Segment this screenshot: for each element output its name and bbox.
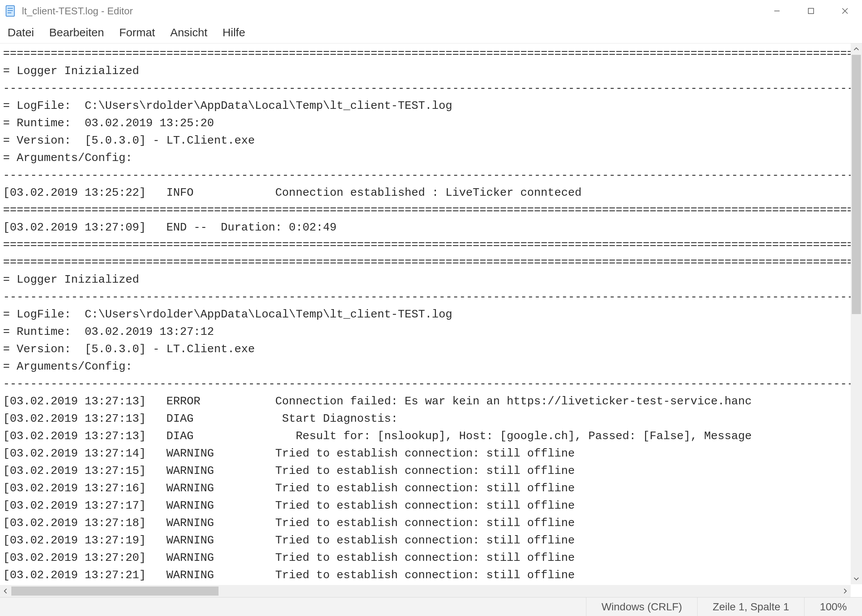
log-line: = Arguments/Config: [3, 149, 859, 167]
window-controls [760, 0, 862, 22]
scroll-right-icon[interactable] [839, 585, 851, 597]
log-line: = Logger Inizialized [3, 271, 859, 288]
menu-datei[interactable]: Datei [5, 25, 36, 41]
maximize-button[interactable] [794, 0, 828, 22]
statusbar: Windows (CRLF) Zeile 1, Spalte 1 100% [0, 597, 862, 616]
status-zoom: 100% [804, 597, 862, 616]
close-button[interactable] [828, 0, 862, 22]
scroll-left-icon[interactable] [0, 585, 11, 597]
hscroll-track[interactable] [11, 585, 839, 597]
scroll-down-icon[interactable] [851, 573, 862, 584]
log-line: ========================================… [3, 254, 859, 271]
log-line: [03.02.2019 13:27:09] END -- Duration: 0… [3, 219, 859, 236]
log-line: = Runtime: 03.02.2019 13:27:12 [3, 323, 859, 341]
log-line: [03.02.2019 13:27:21] WARNING Tried to e… [3, 566, 859, 584]
log-line: = LogFile: C:\Users\rdolder\AppData\Loca… [3, 97, 859, 115]
svg-rect-5 [808, 8, 813, 14]
menubar: Datei Bearbeiten Format Ansicht Hilfe [0, 22, 862, 44]
log-line: = LogFile: C:\Users\rdolder\AppData\Loca… [3, 306, 859, 323]
vscroll-thumb[interactable] [852, 55, 861, 314]
window-title: lt_client-TEST.log - Editor [22, 5, 133, 17]
editor-window: lt_client-TEST.log - Editor Datei Bearbe… [0, 0, 862, 616]
log-line: [03.02.2019 13:27:13] ERROR Connection f… [3, 393, 859, 410]
log-line: [03.02.2019 13:27:20] WARNING Tried to e… [3, 549, 859, 566]
log-line: = Arguments/Config: [3, 358, 859, 375]
log-line: [03.02.2019 13:27:14] WARNING Tried to e… [3, 445, 859, 462]
log-line: = Version: [5.0.3.0] - LT.Client.exe [3, 341, 859, 358]
scroll-up-icon[interactable] [851, 44, 862, 55]
log-line: ========================================… [3, 45, 859, 62]
horizontal-scrollbar[interactable] [0, 585, 851, 597]
log-line: [03.02.2019 13:25:22] INFO Connection es… [3, 184, 859, 201]
menu-ansicht[interactable]: Ansicht [168, 25, 209, 41]
menu-hilfe[interactable]: Hilfe [220, 25, 248, 41]
log-line: ========================================… [3, 201, 859, 219]
log-line: [03.02.2019 13:27:17] WARNING Tried to e… [3, 497, 859, 514]
vertical-scrollbar[interactable] [851, 44, 862, 584]
menu-format[interactable]: Format [117, 25, 157, 41]
status-encoding: Windows (CRLF) [586, 597, 697, 616]
minimize-button[interactable] [760, 0, 794, 22]
log-line: ----------------------------------------… [3, 375, 859, 393]
hscroll-thumb[interactable] [11, 586, 219, 596]
log-line: [03.02.2019 13:27:19] WARNING Tried to e… [3, 532, 859, 549]
text-area[interactable]: ========================================… [0, 44, 862, 585]
log-line: [03.02.2019 13:27:13] DIAG Start Diagnos… [3, 410, 859, 427]
vscroll-track[interactable] [851, 55, 862, 573]
log-line: = Runtime: 03.02.2019 13:25:20 [3, 115, 859, 132]
log-line: = Logger Inizialized [3, 62, 859, 80]
log-line: ----------------------------------------… [3, 167, 859, 184]
menu-bearbeiten[interactable]: Bearbeiten [47, 25, 106, 41]
content-area: ========================================… [0, 44, 862, 597]
log-line: [03.02.2019 13:27:15] WARNING Tried to e… [3, 462, 859, 479]
log-line: = Version: [5.0.3.0] - LT.Client.exe [3, 132, 859, 149]
log-line: ----------------------------------------… [3, 288, 859, 306]
log-line: ----------------------------------------… [3, 80, 859, 97]
log-line: [03.02.2019 13:27:18] WARNING Tried to e… [3, 514, 859, 532]
status-cursor-position: Zeile 1, Spalte 1 [697, 597, 804, 616]
notepad-icon [5, 5, 17, 17]
log-line: [03.02.2019 13:27:16] WARNING Tried to e… [3, 479, 859, 497]
log-line: [03.02.2019 13:27:13] DIAG Result for: [… [3, 427, 859, 445]
log-line: ========================================… [3, 236, 859, 254]
titlebar[interactable]: lt_client-TEST.log - Editor [0, 0, 862, 22]
